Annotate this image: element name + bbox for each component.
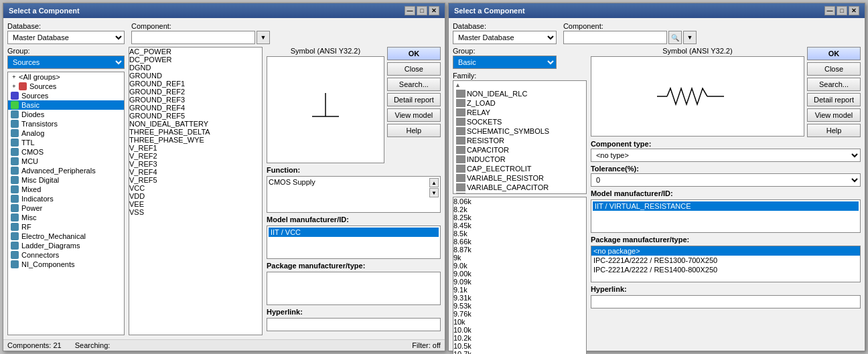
- right-detail-btn[interactable]: Detail report: [807, 93, 861, 106]
- right-value-list[interactable]: 8.06k 8.2k 8.25k 8.45k 8.5k 8.66k 8.87k …: [453, 197, 587, 354]
- value-9-00k[interactable]: 9.00k: [453, 270, 586, 278]
- right-filter-btn[interactable]: ▼: [683, 31, 697, 44]
- comp-dc-power[interactable]: DC_POWER: [129, 56, 262, 64]
- group-diodes[interactable]: Diodes: [8, 110, 124, 119]
- scroll-up-icon[interactable]: ▲: [429, 178, 439, 187]
- value-10-5k[interactable]: 10.5k: [453, 342, 586, 350]
- right-group-select[interactable]: Basic: [453, 56, 557, 69]
- value-10k[interactable]: 10k: [453, 318, 586, 326]
- comp-non-ideal-battery[interactable]: NON_IDEAL_BATTERY: [129, 120, 262, 128]
- group-indicators[interactable]: Indicators: [8, 194, 124, 203]
- group-sources-child[interactable]: Sources: [8, 91, 124, 100]
- value-9-53k[interactable]: 9.53k: [453, 302, 586, 310]
- family-inductor[interactable]: INDUCTOR: [453, 155, 586, 164]
- group-ttl[interactable]: TTL: [8, 138, 124, 147]
- left-view-model-btn[interactable]: View model: [387, 108, 441, 122]
- group-mcu[interactable]: MCU: [8, 157, 124, 166]
- left-group-select[interactable]: Sources: [7, 56, 125, 69]
- comp-v-ref4[interactable]: V_REF4: [129, 168, 262, 176]
- family-sockets[interactable]: SOCKETS: [453, 117, 586, 126]
- right-close-btn[interactable]: ✕: [849, 6, 859, 15]
- right-help-btn[interactable]: Help: [807, 124, 861, 137]
- pkg-res1400[interactable]: IPC-2221A/2222 / RES1400-800X250: [591, 265, 860, 274]
- left-component-list[interactable]: AC_POWER DC_POWER DGND GROUND GROUND_REF…: [129, 47, 263, 335]
- value-9-0k[interactable]: 9.0k: [453, 262, 586, 270]
- family-variable-capacitor[interactable]: VARIABLE_CAPACITOR: [453, 183, 586, 192]
- right-maximize-btn[interactable]: □: [837, 6, 847, 15]
- family-scroll-up[interactable]: ▲: [453, 81, 586, 89]
- right-hyperlink-input[interactable]: [591, 295, 861, 308]
- value-9-1k[interactable]: 9.1k: [453, 286, 586, 294]
- group-misc[interactable]: Misc: [8, 213, 124, 222]
- value-9-31k[interactable]: 9.31k: [453, 294, 586, 302]
- group-mixed[interactable]: Mixed: [8, 185, 124, 194]
- left-database-select[interactable]: Master Database: [7, 31, 125, 44]
- comp-vcc[interactable]: VCC: [129, 184, 262, 192]
- left-hyperlink-input[interactable]: [267, 318, 441, 331]
- value-10-2k[interactable]: 10.2k: [453, 334, 586, 342]
- value-8-25k[interactable]: 8.25k: [453, 213, 586, 222]
- scroll-down-icon[interactable]: ▼: [429, 188, 439, 197]
- right-family-list[interactable]: ▲ NON_IDEAL_RLC Z_LOAD RELAY SOCKETS SCH…: [453, 80, 587, 194]
- comp-dgnd[interactable]: DGND: [129, 64, 262, 72]
- family-cap-electrolit[interactable]: CAP_ELECTROLIT: [453, 164, 586, 173]
- left-close-btn-main[interactable]: Close: [387, 62, 441, 76]
- left-function-scrollbar[interactable]: ▲ ▼: [429, 178, 439, 197]
- right-search-icon-btn[interactable]: 🔍: [668, 31, 682, 44]
- comp-ground-ref2[interactable]: GROUND_REF2: [129, 88, 262, 96]
- right-comp-type-select[interactable]: <no type>: [591, 149, 861, 162]
- right-minimize-btn[interactable]: —: [824, 6, 835, 15]
- value-8-5k[interactable]: 8.5k: [453, 230, 586, 238]
- left-component-input[interactable]: VDD: [131, 31, 255, 44]
- value-10-0k[interactable]: 10.0k: [453, 326, 586, 334]
- comp-ground-ref3[interactable]: GROUND_REF3: [129, 96, 262, 104]
- value-8-87k[interactable]: 8.87k: [453, 246, 586, 254]
- comp-vss[interactable]: VSS: [129, 208, 262, 216]
- comp-ground-ref5[interactable]: GROUND_REF5: [129, 112, 262, 120]
- value-9-76k[interactable]: 9.76k: [453, 310, 586, 318]
- group-advanced-peripherals[interactable]: Advanced_Peripherals: [8, 166, 124, 175]
- group-cmos[interactable]: CMOS: [8, 147, 124, 157]
- group-basic[interactable]: Basic: [8, 100, 124, 110]
- left-group-list[interactable]: + <All groups> + Sources Sources Ba: [7, 72, 125, 335]
- comp-v-ref2[interactable]: V_REF2: [129, 152, 262, 160]
- right-close-btn-main[interactable]: Close: [807, 62, 861, 76]
- left-detail-btn[interactable]: Detail report: [387, 93, 441, 106]
- value-10-7k[interactable]: 10.7k: [453, 350, 586, 354]
- comp-ground-ref1[interactable]: GROUND_REF1: [129, 80, 262, 88]
- right-package-box[interactable]: <no package> IPC-2221A/2222 / RES1300-70…: [591, 246, 861, 282]
- group-ni-components[interactable]: NI_Components: [8, 260, 124, 269]
- left-search-btn[interactable]: Search...: [387, 78, 441, 91]
- right-ok-btn[interactable]: OK: [807, 47, 861, 60]
- value-8-2k[interactable]: 8.2k: [453, 205, 586, 213]
- left-help-btn[interactable]: Help: [387, 124, 441, 137]
- comp-v-ref1[interactable]: V_REF1: [129, 144, 262, 152]
- family-variable-resistor[interactable]: VARIABLE_RESISTOR: [453, 173, 586, 183]
- left-filter-btn[interactable]: ▼: [257, 31, 270, 44]
- comp-v-ref5[interactable]: V_REF5: [129, 176, 262, 184]
- group-power[interactable]: Power: [8, 203, 124, 213]
- group-misc-digital[interactable]: Misc Digital: [8, 175, 124, 185]
- family-resistor[interactable]: RESISTOR: [453, 136, 586, 145]
- group-all-groups[interactable]: + <All groups>: [8, 72, 124, 82]
- right-component-input[interactable]: 10k: [563, 31, 667, 44]
- value-9-09k[interactable]: 9.09k: [453, 278, 586, 286]
- left-ok-btn[interactable]: OK: [387, 47, 441, 60]
- comp-three-phase-wye[interactable]: THREE_PHASE_WYE: [129, 136, 262, 144]
- family-variable-inductor[interactable]: VARIABLE_INDUCTOR: [453, 192, 586, 194]
- family-relay[interactable]: RELAY: [453, 108, 586, 117]
- comp-ground-ref4[interactable]: GROUND_REF4: [129, 104, 262, 112]
- comp-v-ref3[interactable]: V_REF3: [129, 160, 262, 168]
- pkg-res1300[interactable]: IPC-2221A/2222 / RES1300-700X250: [591, 256, 860, 265]
- value-8-06k[interactable]: 8.06k: [453, 197, 586, 205]
- comp-ac-power[interactable]: AC_POWER: [129, 48, 262, 56]
- left-maximize-btn[interactable]: □: [417, 6, 427, 15]
- family-z-load[interactable]: Z_LOAD: [453, 98, 586, 108]
- comp-vdd[interactable]: VDD: [129, 192, 262, 200]
- left-minimize-btn[interactable]: —: [405, 6, 415, 15]
- comp-three-phase-delta[interactable]: THREE_PHASE_DELTA: [129, 128, 262, 136]
- pkg-no-package[interactable]: <no package>: [591, 246, 860, 256]
- comp-ground[interactable]: GROUND: [129, 72, 262, 80]
- value-8-45k[interactable]: 8.45k: [453, 222, 586, 230]
- value-9k[interactable]: 9k: [453, 254, 586, 262]
